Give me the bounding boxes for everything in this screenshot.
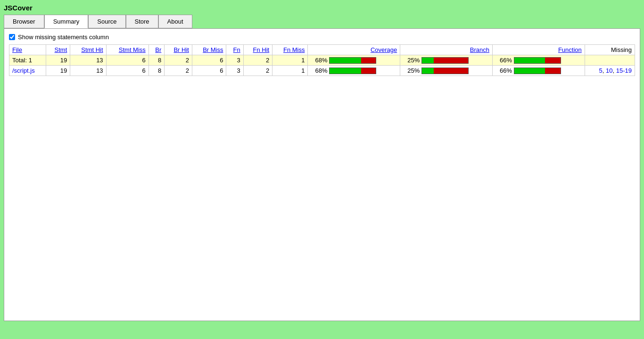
row-br-miss: 6 — [192, 66, 226, 76]
total-file-label: Total: 1 — [9, 55, 46, 66]
bar-red — [545, 58, 561, 63]
table-header-row: File Stmt Stmt Hit Stmt Miss Br Br Hit B… — [9, 45, 635, 55]
tab-about[interactable]: About — [158, 15, 192, 28]
content-area: Show missing statements column File Stmt… — [4, 28, 640, 321]
bar-green — [330, 58, 361, 63]
progress-bar — [514, 68, 561, 74]
tab-bar: Browser Summary Source Store About — [4, 15, 640, 28]
row-file[interactable]: /script.js — [9, 66, 46, 76]
show-missing-row: Show missing statements column — [9, 34, 635, 41]
col-stmt[interactable]: Stmt — [46, 45, 70, 55]
bar-green — [422, 58, 434, 63]
missing-link[interactable]: 15-19 — [616, 67, 632, 74]
coverage-pct: 68% — [311, 57, 327, 64]
coverage-table: File Stmt Stmt Hit Stmt Miss Br Br Hit B… — [9, 44, 635, 76]
total-row: Total: 1 19 13 6 8 2 6 3 2 1 68% 25% 66% — [9, 55, 635, 66]
total-br-hit: 2 — [165, 55, 192, 66]
show-missing-label[interactable]: Show missing statements column — [18, 34, 109, 41]
col-fn[interactable]: Fn — [226, 45, 243, 55]
app-title: JSCover — [4, 4, 640, 12]
total-fn-hit: 2 — [243, 55, 272, 66]
coverage-cell: 25% — [400, 66, 493, 76]
bar-green — [330, 68, 361, 74]
total-stmt: 19 — [46, 55, 70, 66]
col-br-hit[interactable]: Br Hit — [165, 45, 192, 55]
col-coverage[interactable]: Coverage — [308, 45, 400, 55]
bar-red — [434, 68, 469, 74]
row-stmt-miss: 6 — [106, 66, 149, 76]
table-row: /script.js 19 13 6 8 2 6 3 2 1 68% 25% 6… — [9, 66, 635, 76]
col-stmt-miss[interactable]: Stmt Miss — [106, 45, 149, 55]
coverage-cell: 25% — [400, 55, 493, 66]
tab-source[interactable]: Source — [88, 15, 125, 28]
coverage-pct: 68% — [311, 67, 327, 74]
total-fn: 3 — [226, 55, 243, 66]
row-stmt: 19 — [46, 66, 70, 76]
total-missing — [585, 55, 635, 66]
bar-red — [545, 68, 561, 74]
coverage-pct: 66% — [495, 57, 512, 64]
bar-green — [514, 58, 545, 63]
total-stmt-miss: 6 — [106, 55, 149, 66]
row-br: 8 — [149, 66, 164, 76]
bar-red — [434, 58, 469, 63]
col-function[interactable]: Function — [493, 45, 585, 55]
row-missing: 5, 10, 15-19 — [585, 66, 635, 76]
file-link[interactable]: /script.js — [12, 67, 35, 74]
progress-bar — [329, 57, 376, 64]
progress-bar — [514, 57, 561, 64]
coverage-pct: 25% — [403, 57, 420, 64]
col-stmt-hit[interactable]: Stmt Hit — [70, 45, 106, 55]
missing-link[interactable]: 10 — [606, 67, 612, 74]
coverage-pct: 25% — [403, 67, 420, 74]
row-br-hit: 2 — [165, 66, 192, 76]
col-missing: Missing — [585, 45, 635, 55]
bar-green — [422, 68, 434, 74]
tab-browser[interactable]: Browser — [4, 15, 44, 28]
progress-bar — [421, 57, 469, 64]
show-missing-checkbox[interactable] — [9, 34, 15, 40]
bar-green — [514, 68, 545, 74]
col-fn-hit[interactable]: Fn Hit — [243, 45, 272, 55]
row-fn: 3 — [226, 66, 243, 76]
col-br[interactable]: Br — [149, 45, 164, 55]
row-fn-miss: 1 — [272, 66, 308, 76]
coverage-cell: 68% — [308, 55, 400, 66]
col-fn-miss[interactable]: Fn Miss — [272, 45, 308, 55]
total-fn-miss: 1 — [272, 55, 308, 66]
coverage-cell: 68% — [308, 66, 400, 76]
progress-bar — [421, 68, 469, 74]
coverage-pct: 66% — [495, 67, 512, 74]
total-br-miss: 6 — [192, 55, 226, 66]
row-stmt-hit: 13 — [70, 66, 106, 76]
bar-red — [361, 58, 376, 63]
progress-bar — [329, 68, 376, 74]
tab-summary[interactable]: Summary — [44, 15, 89, 28]
total-stmt-hit: 13 — [70, 55, 106, 66]
coverage-cell: 66% — [493, 66, 585, 76]
col-file[interactable]: File — [9, 45, 46, 55]
tab-store[interactable]: Store — [126, 15, 158, 28]
coverage-cell: 66% — [493, 55, 585, 66]
bar-red — [361, 68, 376, 74]
row-fn-hit: 2 — [243, 66, 272, 76]
total-br: 8 — [149, 55, 164, 66]
col-br-miss[interactable]: Br Miss — [192, 45, 226, 55]
col-branch[interactable]: Branch — [400, 45, 493, 55]
missing-link[interactable]: 5 — [599, 67, 603, 74]
